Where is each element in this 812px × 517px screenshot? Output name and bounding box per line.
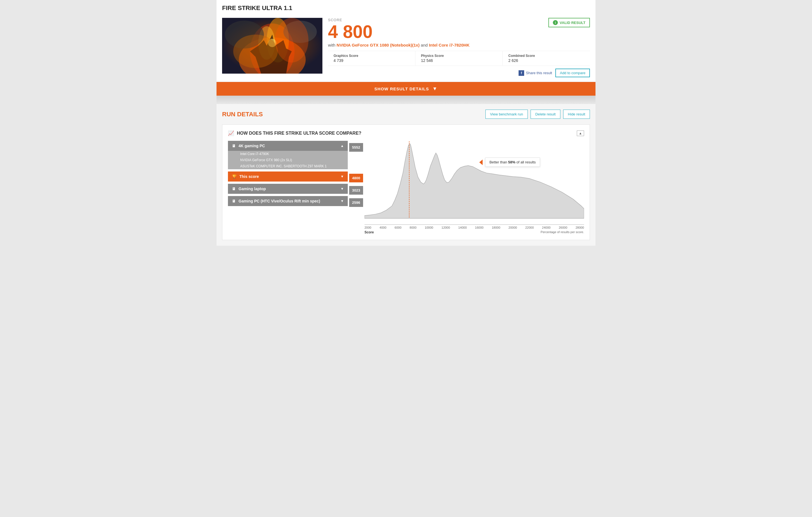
bar-gaming-laptop: 🖥 Gaming laptop ▼ 3023 <box>228 184 348 194</box>
bar-4k-sub-3: ASUSTeK COMPUTER INC. SABERTOOTH Z97 MAR… <box>228 163 348 169</box>
axis-footer: Score Percentage of results per score. <box>365 230 584 234</box>
score-subtitle-prefix: with <box>328 43 336 47</box>
compare-title-text: HOW DOES THIS FIRE STRIKE ULTRA SCORE CO… <box>237 131 361 136</box>
collapse-icon[interactable]: ▲ <box>577 131 584 136</box>
main-container: FIRE STRIKE ULTRA 1.1 <box>216 0 596 246</box>
x-label-16000: 16000 <box>475 226 484 229</box>
share-label: Share this result <box>526 71 552 75</box>
x-label-12000: 12000 <box>441 226 450 229</box>
compare-title: 📈 HOW DOES THIS FIRE STRIKE ULTRA SCORE … <box>228 130 584 136</box>
bar-laptop-header[interactable]: 🖥 Gaming laptop ▼ <box>228 184 348 194</box>
metric-combined-label: Combined Score <box>508 54 584 58</box>
metric-physics-label: Physics Score <box>421 54 497 58</box>
bar-4k-chevron: ▲ <box>341 144 344 148</box>
run-details-actions: View benchmark run Delete result Hide re… <box>486 110 590 119</box>
bar-this-header[interactable]: 🏆 This score ▼ <box>228 171 348 182</box>
bar-this-score: 🏆 This score ▼ 4800 <box>228 171 348 182</box>
svg-point-7 <box>268 39 277 47</box>
x-axis: 2000 4000 6000 8000 10000 12000 14000 16… <box>365 224 584 234</box>
metric-combined-value: 2 626 <box>508 58 584 63</box>
monitor-icon-4k: 🖥 <box>232 144 236 148</box>
bar-vr-score: 2596 <box>349 198 363 207</box>
cpu-label: Intel Core i7-7820HK <box>429 43 469 47</box>
x-label-6000: 6000 <box>395 226 401 229</box>
svg-point-1 <box>239 37 306 74</box>
score-conjunction: and <box>421 43 428 47</box>
svg-point-3 <box>267 18 289 62</box>
metric-graphics: Graphics Score 4 739 <box>328 51 415 65</box>
annotation-prefix: Better than <box>489 160 508 164</box>
chart-svg <box>365 141 584 219</box>
bar-4k-score: 5552 <box>349 143 363 152</box>
chart-annotation: Better than 58% of all results <box>485 158 540 167</box>
score-actions: f Share this result Add to compare <box>328 66 590 77</box>
x-label-28000: 28000 <box>575 226 584 229</box>
run-details-section: RUN DETAILS View benchmark run Delete re… <box>216 104 596 246</box>
compare-title-icon: 📈 <box>228 130 234 136</box>
annotation-suffix: of all results <box>516 160 536 164</box>
divider <box>216 96 596 104</box>
x-label-22000: 22000 <box>525 226 534 229</box>
metric-physics-value: 12 546 <box>421 58 497 63</box>
bar-laptop-chevron: ▼ <box>341 187 344 191</box>
valid-result-label: VALID RESULT <box>559 21 585 25</box>
benchmark-image <box>222 18 322 74</box>
bar-vr-label: Gaming PC (HTC Vive/Oculus Rift min spec… <box>238 199 320 203</box>
x-label-20000: 20000 <box>509 226 517 229</box>
score-info: SCORE 4 800 with NVIDIA GeForce GTX 1080… <box>328 18 590 77</box>
x-label-8000: 8000 <box>410 226 416 229</box>
x-label-2000: 2000 <box>365 226 371 229</box>
svg-point-6 <box>283 21 317 43</box>
gpu-label: NVIDIA GeForce GTX 1080 (Notebook)(1x) <box>337 43 419 47</box>
bar-4k-label: 4K gaming PC <box>238 144 265 148</box>
metric-physics: Physics Score 12 546 <box>415 51 503 65</box>
bar-vr-header[interactable]: 🖥 Gaming PC (HTC Vive/Oculus Rift min sp… <box>228 196 348 206</box>
x-label-4000: 4000 <box>379 226 386 229</box>
show-result-banner[interactable]: SHOW RESULT DETAILS ▼ <box>216 82 596 96</box>
run-details-header: RUN DETAILS View benchmark run Delete re… <box>222 110 590 119</box>
metric-graphics-label: Graphics Score <box>334 54 410 58</box>
score-section: SCORE 4 800 with NVIDIA GeForce GTX 1080… <box>222 15 590 82</box>
svg-point-4 <box>258 26 275 60</box>
header-section: FIRE STRIKE ULTRA 1.1 <box>216 0 596 82</box>
banner-chevron: ▼ <box>433 86 438 92</box>
view-benchmark-button[interactable]: View benchmark run <box>486 110 528 119</box>
valid-result-badge: i VALID RESULT <box>548 18 590 27</box>
hide-result-button[interactable]: Hide result <box>563 110 590 119</box>
x-label-26000: 26000 <box>559 226 567 229</box>
bar-this-label: This score <box>239 174 259 179</box>
trophy-icon: 🏆 <box>232 174 237 179</box>
valid-icon: i <box>553 20 558 25</box>
share-button[interactable]: f Share this result <box>519 70 552 76</box>
bar-laptop-score: 3023 <box>349 186 363 195</box>
bar-gaming-pc-vr: 🖥 Gaming PC (HTC Vive/Oculus Rift min sp… <box>228 196 348 206</box>
delete-result-button[interactable]: Delete result <box>530 110 560 119</box>
metric-graphics-value: 4 739 <box>334 58 410 63</box>
chart-area: Better than 58% of all results <box>365 141 584 224</box>
bar-vr-chevron: ▼ <box>341 199 344 203</box>
show-result-label: SHOW RESULT DETAILS <box>375 86 429 91</box>
x-label-10000: 10000 <box>425 226 433 229</box>
x-label-18000: 18000 <box>492 226 500 229</box>
monitor-icon-vr: 🖥 <box>232 199 236 203</box>
bar-laptop-label: Gaming laptop <box>238 187 266 191</box>
run-details-title: RUN DETAILS <box>222 111 263 118</box>
add-to-compare-button[interactable]: Add to compare <box>555 69 590 77</box>
annotation-bold: 58% <box>508 160 516 164</box>
bar-this-score: 4800 <box>349 174 363 182</box>
score-axis-label: Score <box>365 230 374 234</box>
compare-section: 📈 HOW DOES THIS FIRE STRIKE ULTRA SCORE … <box>222 125 590 240</box>
bar-this-chevron: ▼ <box>341 174 344 179</box>
metric-combined: Combined Score 2 626 <box>503 51 590 65</box>
bar-4k-gaming-pc: 🖥 4K gaming PC ▲ Intel Core i7-4790K NVI… <box>228 141 348 169</box>
annotation-arrow <box>479 160 483 165</box>
monitor-icon-laptop: 🖥 <box>232 187 236 191</box>
bar-4k-sub-2: NVIDIA GeForce GTX 980 (2x SLI) <box>228 157 348 163</box>
x-axis-labels: 2000 4000 6000 8000 10000 12000 14000 16… <box>365 226 584 229</box>
score-number: 4 800 <box>328 22 469 42</box>
svg-point-5 <box>225 21 264 49</box>
distribution-chart-container: Better than 58% of all results 2000 4000… <box>365 141 584 234</box>
facebook-icon: f <box>519 70 524 76</box>
bar-4k-header[interactable]: 🖥 4K gaming PC ▲ <box>228 141 348 151</box>
bars-column: 🖥 4K gaming PC ▲ Intel Core i7-4790K NVI… <box>228 141 365 208</box>
